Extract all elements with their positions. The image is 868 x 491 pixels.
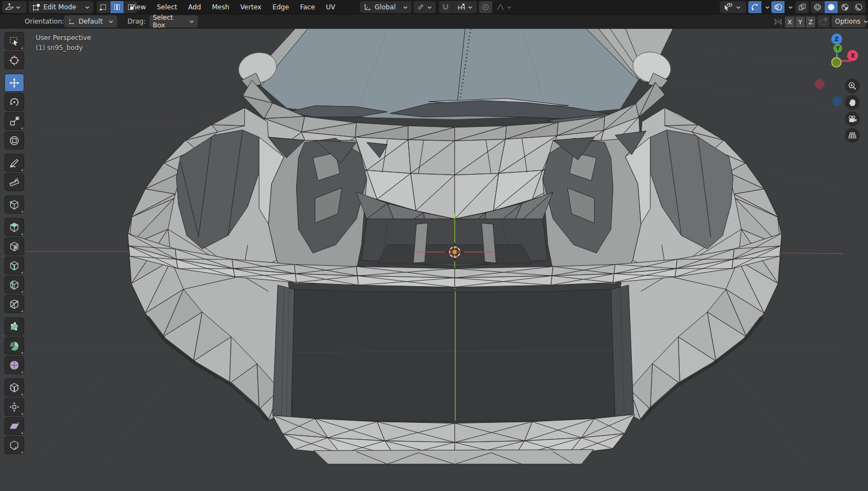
show-gizmo-toggle[interactable] [748,1,761,13]
tool-move-button[interactable] [4,74,24,92]
selectability-visibility-dropdown[interactable] [720,1,746,13]
mode-dropdown[interactable]: Edit Mode [29,1,93,13]
subtool-indicator [21,371,23,373]
subtool-indicator [21,432,23,434]
proportional-falloff-dropdown[interactable] [493,1,515,13]
proportional-editing-group [479,1,515,13]
gizmo-axis-x[interactable]: X [847,50,858,61]
mirror-z-button[interactable]: Z [806,16,815,27]
orientation-dropdown[interactable]: Default [64,15,117,27]
gizmo-axis-neg-z[interactable] [832,96,842,106]
annotate-icon [9,158,20,169]
tool-poly-build-button[interactable] [4,317,24,336]
subtool-indicator [21,451,23,453]
tool-shear-button[interactable] [4,417,24,435]
edge-select-mode-button[interactable] [110,1,124,13]
subtool-indicator [21,210,23,213]
active-object-text: (1) sn95_body [36,43,91,53]
mirror-y-button[interactable]: Y [795,16,805,27]
tool-shrink-fatten-button[interactable] [4,398,24,416]
solid-shading-button[interactable] [825,1,838,13]
tool-measure-button[interactable] [4,173,24,191]
options-dropdown[interactable]: Options [832,15,866,27]
perspective-toggle-button[interactable] [845,128,860,143]
shading-dropdown[interactable] [866,1,868,13]
menu-uv[interactable]: UV [321,1,340,13]
editor-type-dropdown[interactable] [2,1,26,13]
subtool-indicator [21,412,23,415]
view-name-text: User Perspective [36,33,91,43]
header-bar: Edit Mode [0,0,868,14]
tool-add-cube-button[interactable] [4,196,24,214]
tool-knife-button[interactable] [4,295,24,313]
orientation-axes-icon [363,3,372,12]
zoom-button[interactable] [845,79,860,93]
chevron-down-icon [863,19,868,24]
tool-transform-button[interactable] [4,131,24,149]
material-preview-shading-button[interactable] [838,1,852,13]
chevron-down-icon [108,19,114,24]
subtool-indicator [21,393,23,395]
menu-face[interactable]: Face [295,1,320,13]
orientation-value: Default [79,18,105,25]
tool-loop-cut-button[interactable] [4,276,24,294]
overlays-dropdown[interactable] [785,1,796,13]
tool-rip-region-button[interactable] [4,436,24,454]
snapping-group [439,1,477,13]
drag-dropdown[interactable]: Select Box [149,15,198,27]
snap-base-button[interactable] [817,15,830,27]
gizmo-axis-neg-x[interactable] [815,79,825,89]
camera-icon [848,114,857,124]
menu-add[interactable]: Add [183,1,206,13]
viewport-canvas [0,29,868,491]
inset-faces-icon [9,241,20,252]
subtool-indicator [21,291,23,293]
rendered-shading-button[interactable] [852,1,865,13]
orientation-value: Global [375,3,400,11]
wireframe-sphere-icon [813,3,822,12]
menu-select[interactable]: Select [152,1,182,13]
camera-view-button[interactable] [845,111,860,126]
gizmo-icon [750,3,759,12]
menu-vertex[interactable]: Vertex [235,1,266,13]
subtool-indicator [21,233,23,235]
transform-orientation-dropdown[interactable]: Global [360,1,411,13]
vertex-select-mode-button[interactable] [97,1,110,13]
menu-view[interactable]: View [125,1,151,13]
proportional-circle-icon [481,3,490,12]
proportional-editing-toggle[interactable] [479,1,492,13]
tool-smooth-button[interactable] [4,356,24,374]
3d-viewport[interactable]: User Perspective (1) sn95_body Y Z X [0,29,868,491]
subtool-indicator [21,127,23,129]
chevron-down-icon [468,5,473,9]
extrude-region-icon [9,222,20,233]
pan-button[interactable] [845,95,860,110]
xray-toggle[interactable] [795,1,809,13]
subtool-indicator [21,310,23,312]
show-overlays-toggle[interactable] [771,1,784,13]
tool-cursor-button[interactable] [4,51,24,69]
tool-spin-button[interactable] [4,337,24,355]
tool-rotate-button[interactable] [4,93,24,111]
gizmo-axis-y[interactable]: Y [833,44,842,53]
tool-inset-faces-button[interactable] [4,237,24,255]
blender-window: Edit Mode [0,0,868,491]
snap-target-dropdown[interactable] [453,1,477,13]
tool-annotate-button[interactable] [4,154,24,172]
gizmo-axis-z[interactable]: Z [831,34,842,44]
edit-mode-icon [32,3,41,12]
tool-edge-slide-button[interactable] [4,378,24,397]
mirror-x-button[interactable]: X [785,16,794,27]
tool-select-box-button[interactable] [4,32,24,50]
tool-scale-button[interactable] [4,112,24,130]
overlays-group [771,1,796,13]
tool-bevel-button[interactable] [4,256,24,275]
menu-mesh[interactable]: Mesh [207,1,235,13]
snap-toggle-button[interactable] [439,1,452,13]
magnet-icon [441,3,450,12]
gizmo-axis-neg-y[interactable] [831,57,842,68]
wireframe-shading-button[interactable] [811,1,824,13]
tool-extrude-region-button[interactable] [4,218,24,236]
menu-edge[interactable]: Edge [268,1,294,13]
pivot-point-dropdown[interactable] [414,1,436,13]
